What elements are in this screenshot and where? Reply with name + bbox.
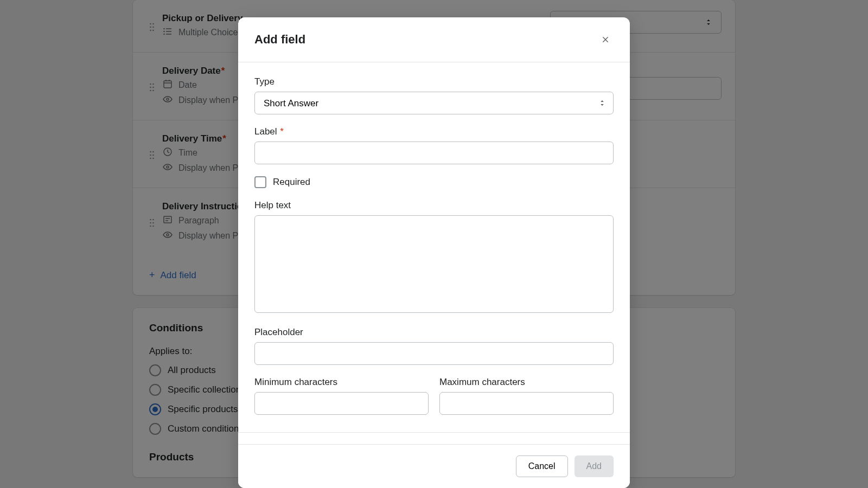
label-label: Label * [254, 126, 614, 137]
type-label: Type [254, 76, 614, 87]
type-select[interactable]: Short Answer [254, 92, 614, 114]
label-input[interactable] [254, 142, 614, 164]
close-icon [602, 36, 609, 43]
placeholder-input[interactable] [254, 342, 614, 365]
min-chars-label: Minimum characters [254, 377, 429, 388]
placeholder-label: Placeholder [254, 327, 614, 338]
help-text-input[interactable] [254, 215, 614, 313]
modal-header: Add field [238, 17, 630, 62]
modal-overlay: Add field Type Short Answer [0, 0, 868, 488]
cancel-button[interactable]: Cancel [516, 455, 568, 477]
modal-body: Type Short Answer Label * [238, 62, 630, 444]
add-field-modal: Add field Type Short Answer [238, 17, 630, 488]
add-button[interactable]: Add [575, 455, 614, 477]
min-chars-input[interactable] [254, 392, 429, 415]
required-checkbox[interactable] [254, 176, 266, 188]
modal-title: Add field [254, 33, 305, 47]
max-chars-input[interactable] [439, 392, 614, 415]
modal-footer: Cancel Add [238, 444, 630, 488]
required-label: Required [273, 177, 310, 188]
help-text-label: Help text [254, 200, 614, 211]
close-button[interactable] [597, 31, 614, 48]
max-chars-label: Maximum characters [439, 377, 614, 388]
